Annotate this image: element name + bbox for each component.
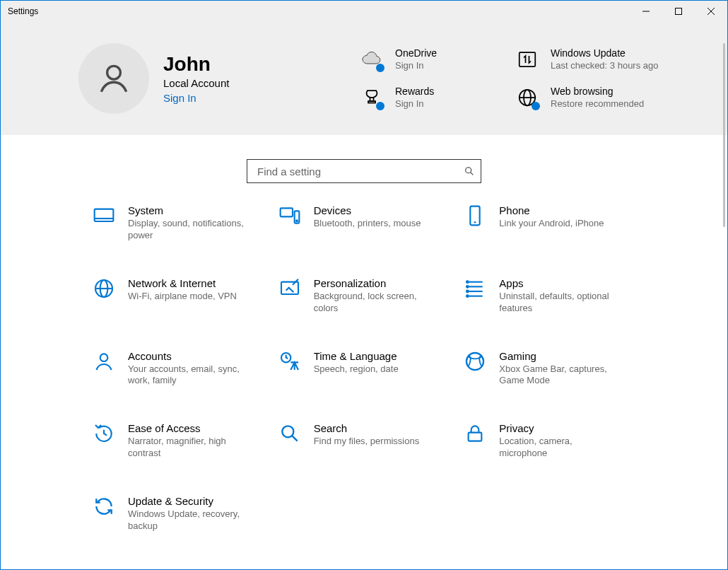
update-icon	[515, 47, 539, 71]
search-area	[1, 135, 727, 204]
avatar[interactable]	[78, 43, 149, 114]
status-title: Rewards	[395, 86, 434, 97]
categories-grid: SystemDisplay, sound, notifications, pow…	[1, 204, 727, 554]
title-bar: Settings	[1, 1, 727, 22]
network-icon	[93, 277, 115, 300]
onedrive-icon	[360, 47, 384, 71]
svg-point-31	[100, 354, 108, 361]
svg-point-29	[466, 290, 469, 292]
phone-icon	[464, 204, 486, 227]
user-block: John Local Account Sign In	[163, 53, 290, 104]
category-title: Search	[314, 422, 420, 434]
category-title: Network & Internet	[128, 277, 237, 289]
apps-icon	[464, 277, 486, 300]
category-title: Apps	[499, 277, 619, 289]
status-sub: Sign In	[395, 60, 437, 71]
category-title: Privacy	[499, 422, 619, 434]
svg-rect-1	[676, 8, 682, 15]
category-search[interactable]: SearchFind my files, permissions	[278, 422, 450, 460]
search-input[interactable]	[256, 165, 464, 178]
category-sub: Location, camera, microphone	[499, 436, 619, 460]
category-gaming[interactable]: GamingXbox Game Bar, captures, Game Mode	[464, 350, 635, 388]
search-icon	[464, 165, 475, 177]
svg-rect-12	[95, 209, 114, 221]
user-name: John	[163, 53, 290, 76]
svg-rect-6	[368, 101, 375, 103]
svg-rect-36	[469, 433, 482, 441]
scrollbar[interactable]	[722, 43, 726, 569]
status-web-browsing[interactable]: Web browsing Restore recommended	[515, 86, 664, 110]
minimize-button[interactable]	[630, 1, 662, 22]
category-sub: Speech, region, date	[314, 363, 399, 376]
category-accounts[interactable]: AccountsYour accounts, email, sync, work…	[93, 350, 264, 388]
personalization-icon	[278, 277, 301, 300]
status-rewards[interactable]: Rewards Sign In	[360, 86, 508, 110]
category-sub: Xbox Game Bar, captures, Game Mode	[499, 363, 619, 388]
status-windows-update[interactable]: Windows Update Last checked: 3 hours ago	[515, 47, 664, 71]
category-sub: Windows Update, recovery, backup	[128, 508, 248, 533]
svg-point-16	[296, 220, 298, 221]
category-title: Accounts	[128, 350, 248, 362]
status-onedrive[interactable]: OneDrive Sign In	[360, 47, 508, 71]
category-privacy[interactable]: PrivacyLocation, camera, microphone	[464, 422, 635, 460]
search-box[interactable]	[247, 159, 481, 183]
category-title: Update & Security	[128, 495, 248, 507]
status-sub: Restore recommended	[551, 98, 644, 110]
category-update-security[interactable]: Update & SecurityWindows Update, recover…	[93, 495, 264, 533]
category-title: System	[128, 204, 248, 216]
globe-icon	[515, 86, 539, 110]
svg-rect-14	[280, 208, 292, 216]
svg-point-30	[466, 295, 469, 297]
svg-line-11	[471, 173, 474, 175]
category-sub: Wi-Fi, airplane mode, VPN	[128, 291, 237, 303]
category-sub: Background, lock screen, colors	[314, 291, 434, 315]
category-title: Gaming	[499, 350, 619, 362]
sign-in-link[interactable]: Sign In	[163, 92, 290, 104]
account-type: Local Account	[163, 77, 290, 89]
ease-of-access-icon	[93, 422, 115, 445]
status-sub: Sign In	[395, 98, 434, 110]
status-title: Web browsing	[551, 86, 644, 97]
category-sub: Bluetooth, printers, mouse	[314, 218, 421, 230]
category-title: Phone	[499, 204, 604, 216]
category-time-language[interactable]: Time & LanguageSpeech, region, date	[278, 350, 450, 388]
category-phone[interactable]: PhoneLink your Android, iPhone	[464, 204, 635, 242]
svg-line-35	[292, 436, 297, 441]
maximize-button[interactable]	[662, 1, 695, 22]
window-title: Settings	[8, 6, 38, 16]
scroll-thumb[interactable]	[723, 43, 725, 227]
devices-icon	[278, 204, 301, 227]
category-sub: Uninstall, defaults, optional features	[499, 291, 619, 315]
svg-point-27	[466, 281, 469, 283]
category-apps[interactable]: AppsUninstall, defaults, optional featur…	[464, 277, 635, 315]
person-icon	[96, 61, 131, 96]
category-system[interactable]: SystemDisplay, sound, notifications, pow…	[93, 204, 264, 242]
category-ease-of-access[interactable]: Ease of AccessNarrator, magnifier, high …	[93, 422, 264, 460]
time-language-icon	[278, 350, 301, 373]
svg-point-34	[282, 426, 293, 438]
status-title: Windows Update	[551, 47, 659, 59]
category-sub: Display, sound, notifications, power	[128, 218, 248, 242]
svg-point-10	[466, 168, 471, 173]
category-personalization[interactable]: PersonalizationBackground, lock screen, …	[278, 277, 450, 315]
status-title: OneDrive	[395, 47, 437, 59]
search-category-icon	[278, 422, 301, 445]
category-devices[interactable]: DevicesBluetooth, printers, mouse	[278, 204, 450, 242]
status-sub: Last checked: 3 hours ago	[551, 60, 659, 71]
window-controls	[630, 1, 727, 22]
category-sub: Find my files, permissions	[314, 436, 420, 448]
accounts-icon	[93, 350, 115, 373]
category-sub: Narrator, magnifier, high contrast	[128, 436, 248, 460]
account-header: John Local Account Sign In OneDrive Sign…	[1, 22, 727, 135]
system-icon	[93, 204, 115, 227]
svg-rect-5	[519, 52, 536, 66]
privacy-icon	[464, 422, 486, 445]
svg-point-28	[466, 286, 469, 288]
category-network[interactable]: Network & InternetWi-Fi, airplane mode, …	[93, 277, 264, 315]
category-sub: Link your Android, iPhone	[499, 218, 604, 230]
close-button[interactable]	[695, 1, 727, 22]
category-sub: Your accounts, email, sync, work, family	[128, 363, 248, 388]
svg-point-4	[107, 66, 121, 79]
rewards-icon	[360, 86, 384, 110]
category-title: Ease of Access	[128, 422, 248, 434]
